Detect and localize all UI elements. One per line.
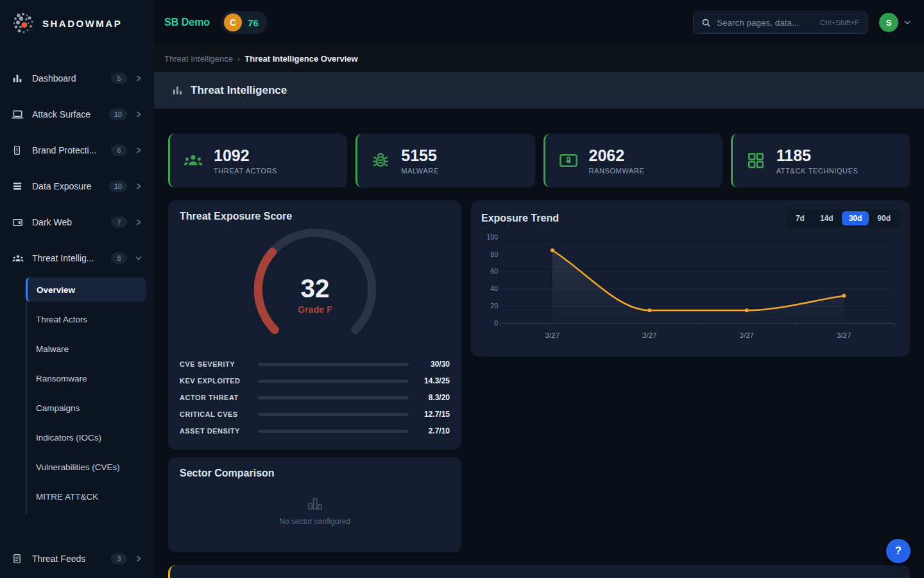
brand-name: SHADOWMAP <box>42 18 122 29</box>
stat-text: 2062 RANSOMWARE <box>589 146 645 175</box>
submenu-item-indicators[interactable]: Indicators (IOCs) <box>27 425 146 450</box>
submenu-item-threat-actors[interactable]: Threat Actors <box>27 307 146 331</box>
score-bar-track <box>258 380 409 383</box>
exposure-trend-card: Exposure Trend 7d 14d 30d 90d <box>471 200 910 356</box>
score-bar-label: CVE SEVERITY <box>180 360 252 368</box>
user-menu[interactable]: S <box>879 13 911 32</box>
score-breakdown: CVE SEVERITY 30/30 KEV EXPLOITED 14.3/25… <box>180 356 450 439</box>
range-button-14d[interactable]: 14d <box>813 211 841 225</box>
empty-chart-icon <box>307 496 323 511</box>
bug-icon <box>370 150 391 171</box>
card-title: Sector Comparison <box>180 468 450 479</box>
score-bar-label: CRITICAL CVES <box>180 410 252 418</box>
chevron-right-icon <box>135 555 142 563</box>
main-grid: Threat Exposure Score 32 Grade F C <box>168 200 910 552</box>
stat-value: 1185 <box>776 146 859 165</box>
stat-label: THREAT ACTORS <box>214 167 277 175</box>
stat-value: 2062 <box>589 146 645 165</box>
score-bar-value: 8.3/20 <box>415 393 450 402</box>
page-header: Threat Intelligence <box>154 72 924 109</box>
stat-card-threat-actors[interactable]: 1092 THREAT ACTORS <box>168 134 347 188</box>
score-bar-value: 2.7/10 <box>415 426 450 435</box>
stat-card-ransomware[interactable]: 2062 RANSOMWARE <box>543 134 723 188</box>
rows-icon <box>12 180 24 193</box>
sidebar-item-label: Dashboard <box>32 73 103 83</box>
org-name[interactable]: SB Demo <box>164 17 210 28</box>
app-root: SHADOWMAP Dashboard 5 Attack Surface 10 <box>0 0 924 578</box>
topbar: SB Demo C 76 Ctrl+Shift+F S <box>154 0 924 45</box>
avatar[interactable]: S <box>879 13 898 32</box>
sidebar-item-brand-protection[interactable]: Brand Protecti... 6 <box>8 137 146 163</box>
submenu-item-ransomware[interactable]: Ransomware <box>27 366 146 390</box>
count-badge: 8 <box>111 252 127 264</box>
range-button-7d[interactable]: 7d <box>789 211 812 225</box>
sidebar-item-dark-web[interactable]: Dark Web 7 <box>8 209 146 235</box>
search-input[interactable] <box>717 18 814 28</box>
browser-card-icon <box>12 216 24 229</box>
submenu-item-malware[interactable]: Malware <box>27 337 146 361</box>
chevron-down-icon <box>903 19 911 26</box>
page-title: Threat Intelligence <box>191 84 287 97</box>
threat-exposure-score-card: Threat Exposure Score 32 Grade F C <box>168 200 461 450</box>
sidebar-item-data-exposure[interactable]: Data Exposure 10 <box>8 173 146 199</box>
sidebar-item-threat-intelligence[interactable]: Threat Intellig... 8 <box>8 245 146 271</box>
range-button-30d[interactable]: 30d <box>842 211 869 225</box>
security-grade-pill[interactable]: C 76 <box>221 11 268 34</box>
bar-chart-icon <box>172 85 183 96</box>
count-badge: 5 <box>111 73 127 84</box>
chevron-right-icon <box>135 74 142 82</box>
lock-card-icon <box>558 150 579 171</box>
users-group-icon <box>183 150 203 171</box>
svg-text:3/27: 3/27 <box>740 331 754 339</box>
submenu-item-vulnerabilities[interactable]: Vulnerabilities (CVEs) <box>27 455 146 479</box>
stat-label: RANSOMWARE <box>589 167 645 175</box>
svg-text:80: 80 <box>490 251 498 258</box>
sidebar-item-dashboard[interactable]: Dashboard 5 <box>8 66 146 91</box>
sidebar-item-label: Threat Intellig... <box>32 253 103 263</box>
grid-icon <box>746 150 766 171</box>
sidebar-item-attack-surface[interactable]: Attack Surface 10 <box>8 101 146 127</box>
gauge-grade-label: Grade F <box>298 304 332 315</box>
stat-value: 5155 <box>401 146 439 165</box>
document-icon <box>12 552 24 565</box>
breadcrumb-parent[interactable]: Threat Intelligence <box>164 54 233 64</box>
score-bar-row: CRITICAL CVES 12.7/15 <box>180 406 450 423</box>
sidebar-item-label: Data Exposure <box>32 181 101 191</box>
chevron-down-icon <box>135 254 142 262</box>
search-shortcut-hint: Ctrl+Shift+F <box>820 19 859 26</box>
submenu-item-campaigns[interactable]: Campaigns <box>27 396 146 420</box>
help-button[interactable]: ? <box>886 539 911 563</box>
breadcrumb: Threat Intelligence › Threat Intelligenc… <box>154 45 924 72</box>
score-bar-track <box>258 413 409 416</box>
chevron-right-icon <box>135 146 142 154</box>
score-bar-row: ACTOR THREAT 8.3/20 <box>180 389 450 406</box>
stats-row: 1092 THREAT ACTORS 5155 MALWARE 2062 R <box>168 134 910 188</box>
score-bar-track <box>258 363 409 366</box>
svg-text:0: 0 <box>494 320 498 327</box>
submenu-item-mitre-attack[interactable]: MITRE ATT&CK <box>27 484 146 509</box>
grade-letter-badge: C <box>224 13 242 31</box>
range-button-90d[interactable]: 90d <box>870 211 898 225</box>
chevron-right-icon <box>135 218 142 226</box>
stat-card-attack-techniques[interactable]: 1185 ATT&CK TECHNIQUES <box>731 134 910 188</box>
svg-text:3/27: 3/27 <box>545 331 560 339</box>
gauge-svg: 32 Grade F <box>237 223 393 356</box>
global-search[interactable]: Ctrl+Shift+F <box>693 12 868 34</box>
stat-value: 1092 <box>214 146 277 165</box>
count-badge: 7 <box>111 216 127 228</box>
score-bar-label: KEV EXPLOITED <box>180 377 252 385</box>
brand-logo[interactable]: SHADOWMAP <box>0 0 154 46</box>
submenu-item-overview[interactable]: Overview <box>26 277 146 302</box>
sidebar-item-label: Threat Feeds <box>32 554 103 564</box>
mobile-alert-icon <box>12 144 24 157</box>
bar-chart-icon <box>12 72 24 85</box>
sector-empty-state: No sector configured <box>180 479 450 542</box>
count-badge: 3 <box>111 553 127 565</box>
stat-label: MALWARE <box>401 167 439 175</box>
score-bar-value: 14.3/25 <box>415 376 450 385</box>
svg-text:100: 100 <box>487 234 499 241</box>
stat-text: 1185 ATT&CK TECHNIQUES <box>776 146 859 175</box>
threat-intelligence-submenu: Overview Threat Actors Malware Ransomwar… <box>26 277 146 514</box>
sidebar-item-threat-feeds[interactable]: Threat Feeds 3 <box>8 546 146 572</box>
stat-card-malware[interactable]: 5155 MALWARE <box>355 134 535 188</box>
